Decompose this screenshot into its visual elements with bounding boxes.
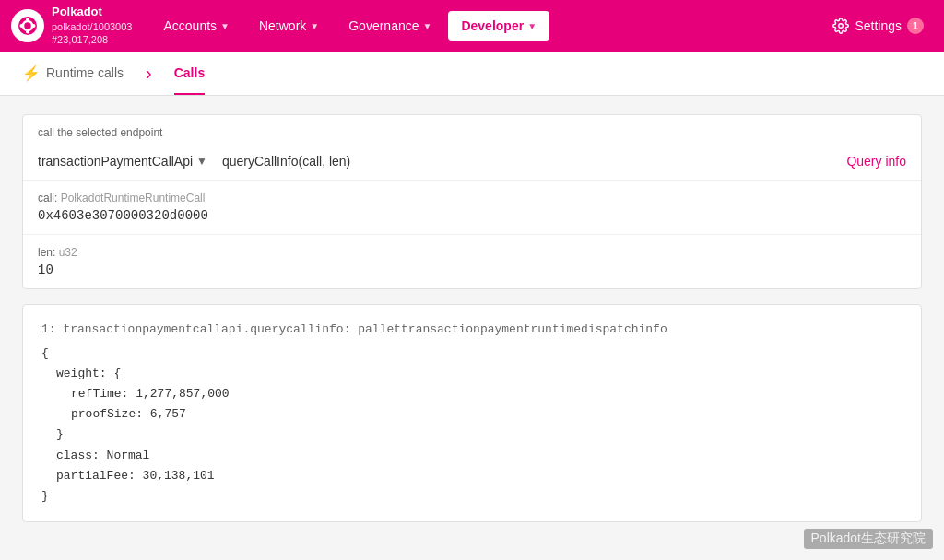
calls-label: Calls <box>174 65 205 80</box>
endpoint-card: call the selected endpoint transactionPa… <box>22 114 922 289</box>
balance-display: #23,017,208 <box>52 33 132 46</box>
call-param-label: call: PolkadotRuntimeRuntimeCall <box>38 192 906 204</box>
result-line-5: proofSize: 6,757 <box>41 404 903 425</box>
chain-info: Polkadot polkadot/1003003 #23,017,208 <box>52 5 132 46</box>
nav-developer-label: Developer <box>461 18 524 33</box>
result-line-1: 1: transactionpaymentcallapi.querycallin… <box>41 320 903 340</box>
method-value: queryCallInfo(call, len) <box>222 154 350 169</box>
api-selector[interactable]: transactionPaymentCallApi ▼ <box>38 154 207 169</box>
svg-point-6 <box>839 24 844 29</box>
result-card: 1: transactionpaymentcallapi.querycallin… <box>22 304 922 522</box>
len-param-label: len: u32 <box>38 246 906 259</box>
nav-accounts[interactable]: Accounts ▼ <box>150 11 242 41</box>
result-line-3: weight: { <box>41 364 903 384</box>
result-line-9: } <box>41 486 903 507</box>
result-line-6: } <box>41 425 903 445</box>
endpoint-header: call the selected endpoint <box>23 115 921 146</box>
runtime-calls-icon: ⚡ <box>22 64 41 82</box>
endpoint-row: transactionPaymentCallApi ▼ queryCallInf… <box>23 146 921 181</box>
subnav: ⚡ Runtime calls › Calls <box>0 52 944 96</box>
api-value: transactionPaymentCallApi <box>38 154 193 169</box>
query-info-button[interactable]: Query info <box>846 154 906 169</box>
settings-area[interactable]: Settings 1 <box>823 10 933 41</box>
logo-area[interactable]: Polkadot polkadot/1003003 #23,017,208 <box>11 5 132 46</box>
nav-network-label: Network <box>259 18 306 33</box>
runtime-calls-label: Runtime calls <box>46 65 124 80</box>
result-line-8: partialFee: 30,138,101 <box>41 466 903 486</box>
call-param-value: 0x4603e3070000320d0000 <box>38 208 906 223</box>
breadcrumb-separator: › <box>146 63 152 84</box>
nav-accounts-label: Accounts <box>163 18 217 33</box>
svg-point-2 <box>26 18 30 21</box>
dropdown-arrow-icon: ▼ <box>196 155 207 168</box>
len-param-value: 10 <box>38 262 906 277</box>
settings-badge: 1 <box>907 18 924 34</box>
nav-developer[interactable]: Developer ▼ <box>448 11 549 41</box>
nav-network[interactable]: Network ▼ <box>246 11 332 41</box>
gear-icon <box>832 18 849 34</box>
tab-calls[interactable]: Calls <box>174 52 205 95</box>
result-line-4: refTime: 1,277,857,000 <box>41 384 903 404</box>
settings-label: Settings <box>855 18 902 33</box>
tab-runtime-calls[interactable]: ⚡ Runtime calls <box>22 52 124 97</box>
svg-point-5 <box>32 24 36 28</box>
svg-point-3 <box>26 29 30 33</box>
len-param-block: len: u32 10 <box>23 235 921 288</box>
result-line-2: { <box>41 344 903 364</box>
call-param-block: call: PolkadotRuntimeRuntimeCall 0x4603e… <box>23 181 921 235</box>
nav-governance-label: Governance <box>348 18 419 33</box>
chevron-down-icon: ▼ <box>310 21 319 31</box>
svg-point-4 <box>20 24 24 28</box>
result-line-7: class: Normal <box>41 446 903 466</box>
chevron-down-icon: ▼ <box>423 21 432 31</box>
chevron-down-icon: ▼ <box>220 21 230 31</box>
main-content: call the selected endpoint transactionPa… <box>0 96 944 560</box>
polkadot-logo-icon <box>11 9 44 42</box>
chain-name: Polkadot <box>52 5 132 20</box>
chevron-down-icon: ▼ <box>527 21 537 31</box>
block-number: polkadot/1003003 <box>52 20 132 33</box>
navbar: Polkadot polkadot/1003003 #23,017,208 Ac… <box>0 0 944 52</box>
nav-governance[interactable]: Governance ▼ <box>336 11 444 41</box>
